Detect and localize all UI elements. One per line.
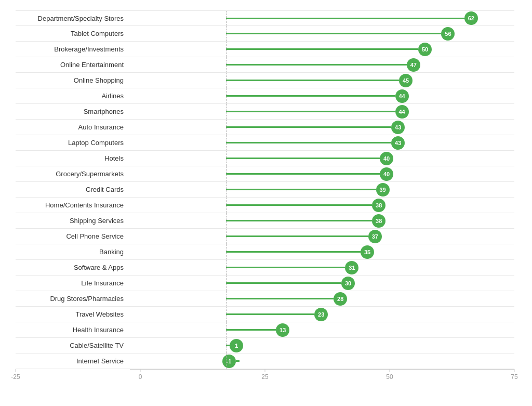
data-dot: 38	[372, 214, 385, 228]
zero-line	[226, 57, 227, 72]
bar-line	[236, 360, 240, 362]
zero-line	[226, 42, 227, 57]
row-label: Home/Contents Insurance	[16, 201, 130, 209]
bar-area: 35	[130, 244, 514, 259]
bar-area: 38	[130, 198, 514, 213]
zero-line	[226, 26, 227, 41]
zero-line	[226, 307, 227, 322]
bar-dot-wrapper: 30	[226, 277, 355, 290]
chart-row: Tablet Computers56	[16, 26, 514, 42]
row-label: Banking	[16, 248, 130, 256]
bar-line	[226, 158, 380, 159]
bar-area: 1	[130, 338, 514, 353]
bar-dot-wrapper: 43	[226, 136, 405, 150]
x-tick-mark	[140, 369, 141, 372]
bar-area: 38	[130, 213, 514, 228]
data-dot: 39	[376, 183, 390, 197]
data-dot: 1	[230, 339, 243, 352]
data-dot: 47	[407, 58, 420, 72]
bar-dot-wrapper: 50	[226, 43, 432, 56]
zero-line	[226, 104, 227, 119]
chart-row: Department/Specialty Stores62	[16, 10, 514, 26]
bar-dot-wrapper: 44	[226, 105, 409, 119]
bar-area: 40	[130, 151, 514, 166]
row-label: Tablet Computers	[16, 30, 130, 37]
bar-dot-wrapper: 56	[226, 27, 455, 41]
x-tick-mark	[514, 369, 515, 372]
data-dot: 44	[395, 89, 409, 103]
bar-line	[226, 18, 464, 19]
bar-dot-wrapper: 35	[226, 245, 374, 259]
x-axis: -250255075	[16, 369, 514, 385]
bar-dot-wrapper: 37	[226, 230, 382, 243]
zero-line	[226, 73, 227, 88]
bar-dot-wrapper: 23	[226, 308, 328, 321]
bar-area: 56	[130, 26, 514, 41]
row-label: Credit Cards	[16, 186, 130, 193]
chart-row: Cable/Satellite TV1	[16, 338, 514, 353]
bar-line	[226, 235, 368, 237]
chart-row: Credit Cards39	[16, 182, 514, 198]
data-dot: 31	[345, 261, 358, 274]
row-label: Brokerage/Investments	[16, 45, 130, 53]
chart-row: Smartphones44	[16, 104, 514, 120]
row-label: Travel Websites	[16, 310, 130, 318]
bar-dot-wrapper: 28	[226, 292, 347, 306]
zero-line	[226, 244, 227, 259]
bar-line	[226, 64, 407, 66]
zero-line	[226, 166, 227, 181]
bar-area: 23	[130, 307, 514, 322]
zero-line	[226, 120, 227, 135]
bar-area: 40	[130, 166, 514, 181]
data-dot: 13	[276, 323, 289, 337]
data-dot: 38	[372, 199, 385, 212]
bar-line	[226, 48, 418, 50]
chart-row: Internet Service-1	[16, 353, 514, 369]
x-tick-mark	[265, 369, 265, 372]
bar-line	[226, 173, 380, 175]
x-tick-label: -25	[11, 373, 20, 381]
chart-row: Grocery/Supermarkets40	[16, 166, 514, 182]
bar-area: 43	[130, 135, 514, 150]
data-dot: 23	[314, 308, 328, 321]
row-label: Software & Apps	[16, 264, 130, 271]
bar-line	[226, 251, 361, 253]
chart-row: Home/Contents Insurance38	[16, 198, 514, 213]
chart-row: Airlines44	[16, 88, 514, 104]
zero-line	[226, 260, 227, 275]
chart-row: Software & Apps31	[16, 260, 514, 276]
bar-dot-wrapper: 1	[226, 339, 243, 352]
bar-area: 31	[130, 260, 514, 275]
bar-area: 45	[130, 73, 514, 88]
bar-dot-wrapper: 40	[226, 167, 393, 181]
bar-line	[226, 95, 395, 97]
row-label: Hotels	[16, 154, 130, 162]
bar-line	[226, 345, 230, 346]
x-tick-mark	[390, 369, 390, 372]
chart-row: Travel Websites23	[16, 307, 514, 322]
x-tick-label: 50	[386, 373, 393, 381]
data-dot: 28	[334, 292, 347, 306]
chart-row: Banking35	[16, 244, 514, 260]
zero-line	[226, 229, 227, 244]
bar-area: 28	[130, 291, 514, 306]
zero-line	[226, 11, 227, 25]
bar-area: 47	[130, 57, 514, 72]
bar-dot-wrapper: 40	[226, 152, 393, 165]
row-label: Smartphones	[16, 108, 130, 115]
chart-row: Brokerage/Investments50	[16, 42, 514, 57]
bar-dot-wrapper: -1	[222, 355, 240, 368]
bar-area: 13	[130, 322, 514, 337]
data-dot: 44	[395, 105, 409, 119]
bar-area: 50	[130, 42, 514, 57]
bar-area: 39	[130, 182, 514, 197]
zero-line	[226, 182, 227, 197]
row-label: Department/Specialty Stores	[16, 15, 130, 22]
chart-body: Department/Specialty Stores62Tablet Comp…	[16, 10, 514, 369]
x-axis-line	[130, 369, 514, 370]
zero-line	[226, 213, 227, 228]
zero-line	[226, 88, 227, 103]
row-label: Shipping Services	[16, 217, 130, 225]
bar-area: 30	[130, 276, 514, 291]
bar-line	[226, 33, 441, 34]
